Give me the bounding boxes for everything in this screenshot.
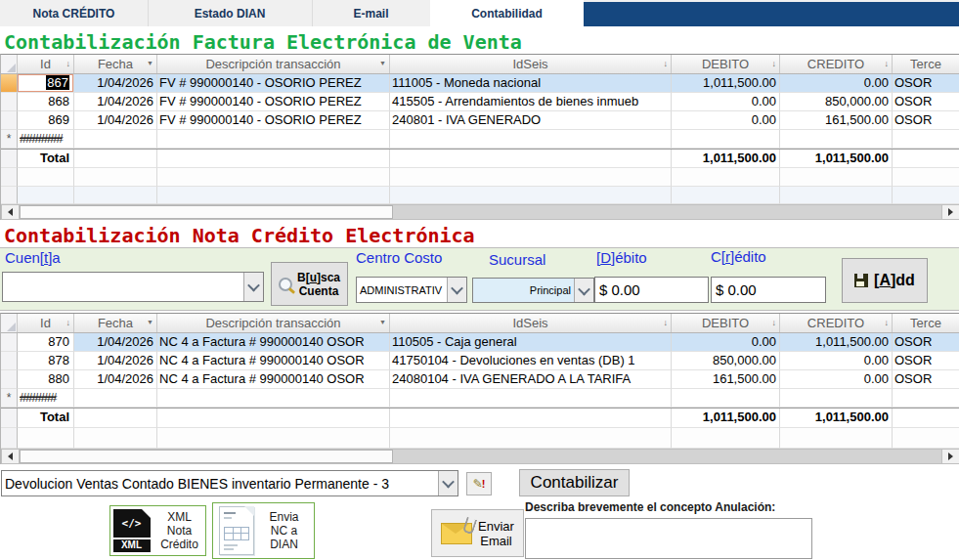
cell-descripcion[interactable]: FV # 990000140 - OSORIO PEREZ [157, 93, 390, 111]
table-row[interactable]: 868 1/04/2026 FV # 990000140 - OSORIO PE… [1, 93, 959, 111]
cell-fecha[interactable]: 1/04/2026 [74, 111, 157, 130]
cell-id[interactable]: 878 [18, 352, 74, 370]
header-fecha[interactable]: Fecha▼ [74, 55, 157, 73]
cell-fecha[interactable]: 1/04/2026 [74, 352, 157, 370]
sucursal-combobox[interactable]: Principal [472, 278, 594, 303]
row-selector[interactable] [1, 111, 18, 130]
new-record-row[interactable]: * ####### [1, 130, 959, 149]
sort-icon[interactable]: ↓ [66, 59, 71, 68]
row-selector[interactable] [1, 333, 18, 352]
cell-descripcion[interactable] [157, 389, 390, 408]
cell-credito[interactable]: 161,500.00 [780, 111, 893, 130]
chevron-down-icon[interactable] [438, 471, 458, 495]
sort-icon[interactable]: ↓ [66, 318, 71, 327]
scroll-left-button[interactable] [2, 450, 20, 463]
envia-nc-dian-button[interactable]: Envia NC a DIAN [212, 502, 315, 559]
header-debito[interactable]: DEBITO↓ [672, 55, 780, 73]
cell-idseis[interactable]: 24080104 - IVA GENERADO A LA TARIFA [390, 370, 672, 389]
cell-id[interactable]: 869 [18, 111, 74, 130]
cell-tercero[interactable]: OSOR [893, 352, 959, 370]
table-row[interactable]: 870 1/04/2026 NC 4 a Factura # 990000140… [1, 333, 959, 352]
filter-icon[interactable]: ▼ [147, 318, 153, 327]
header-id[interactable]: Id↓ [18, 314, 74, 332]
cell-idseis[interactable]: 41750104 - Devoluciones en ventas (DB) 1 [390, 352, 672, 370]
cell-id[interactable]: 880 [18, 370, 74, 389]
select-all-corner[interactable] [1, 314, 18, 332]
cell-fecha[interactable]: 1/04/2026 [74, 74, 157, 93]
cell-tercero[interactable]: OSOR [893, 93, 959, 111]
table-row[interactable]: 869 1/04/2026 FV # 990000140 - OSORIO PE… [1, 111, 959, 130]
header-id[interactable]: Id↓ [18, 55, 74, 73]
new-record-row[interactable]: * ###### [1, 389, 959, 408]
row-selector[interactable] [1, 352, 18, 370]
sort-icon[interactable]: ↓ [885, 318, 890, 327]
header-credito[interactable]: CREDITO↓ [780, 55, 893, 73]
cell-fecha[interactable] [74, 389, 157, 408]
cell-descripcion[interactable]: NC 4 a Factura # 990000140 OSOR [157, 333, 390, 352]
concept-combobox[interactable]: Devolucion Ventas Contado BIENES inventa… [1, 470, 458, 496]
cell-credito[interactable]: 850,000.00 [780, 93, 893, 111]
cell-idseis[interactable]: 240801 - IVA GENERADO [390, 111, 672, 130]
row-selector[interactable] [1, 370, 18, 389]
cell-debito[interactable]: 1,011,500.00 [672, 74, 780, 93]
cell-credito[interactable]: 0.00 [780, 370, 893, 389]
table-row[interactable]: 880 1/04/2026 NC 4 a Factura # 990000140… [1, 370, 959, 389]
cell-idseis[interactable] [390, 389, 672, 408]
tab-contabilidad[interactable]: Contabilidad [430, 0, 584, 26]
header-tercero[interactable]: Terce [893, 314, 959, 332]
cell-tercero[interactable] [893, 389, 959, 408]
header-debito[interactable]: DEBITO↓ [672, 314, 780, 332]
credito-field[interactable] [711, 277, 826, 303]
cell-tercero[interactable]: OSOR [893, 370, 959, 389]
select-all-corner[interactable] [1, 55, 18, 73]
cell-fecha[interactable]: 1/04/2026 [74, 370, 157, 389]
tab-email[interactable]: E-mail [312, 0, 431, 26]
add-button[interactable]: [A]dd [842, 258, 928, 303]
row-selector[interactable] [1, 74, 18, 93]
enviar-email-button[interactable]: EnviarEmail [431, 509, 524, 557]
header-descripcion[interactable]: Descripción transacción▼ [157, 55, 390, 73]
cell-credito[interactable]: 0.00 [780, 352, 893, 370]
cell-debito[interactable]: 0.00 [672, 111, 780, 130]
cell-tercero[interactable]: OSOR [893, 333, 959, 352]
cell-descripcion[interactable] [157, 130, 390, 149]
scrollbar-thumb[interactable] [20, 205, 393, 219]
debito-field[interactable] [594, 277, 709, 303]
cell-id[interactable]: 870 [18, 333, 74, 352]
centro-costo-combobox[interactable]: ADMINISTRATIV [356, 277, 467, 303]
filter-icon[interactable]: ▼ [147, 59, 153, 68]
filter-icon[interactable]: ▼ [379, 59, 386, 68]
cell-debito[interactable]: 161,500.00 [672, 370, 780, 389]
cell-tercero[interactable]: OSOR [893, 74, 959, 93]
header-idseis[interactable]: IdSeis↓ [390, 314, 672, 332]
xml-nota-credito-button[interactable]: </> XML XML Nota Crédito [109, 505, 206, 556]
sort-icon[interactable]: ↓ [664, 59, 669, 68]
cell-debito[interactable] [672, 389, 780, 408]
cell-tercero[interactable]: OSOR [893, 111, 959, 130]
cell-idseis[interactable]: 111005 - Moneda nacional [390, 74, 672, 93]
cell-debito[interactable] [672, 130, 780, 149]
scroll-right-button[interactable] [941, 450, 959, 463]
cell-credito[interactable] [780, 130, 893, 149]
header-descripcion[interactable]: Descripción transacción▼ [157, 314, 390, 332]
cell-credito[interactable] [780, 389, 893, 408]
cell-id-overflow[interactable]: ####### [18, 130, 74, 149]
chevron-down-icon[interactable] [574, 279, 593, 302]
horizontal-scrollbar[interactable] [1, 204, 959, 220]
tab-nota-credito[interactable]: Nota CRÉDITO [0, 0, 149, 26]
cell-descripcion[interactable]: NC 4 a Factura # 990000140 OSOR [157, 352, 390, 370]
cell-descripcion[interactable]: FV # 990000140 - OSORIO PEREZ [157, 74, 390, 93]
cell-tercero[interactable] [893, 130, 959, 149]
cell-idseis[interactable]: 110505 - Caja general [390, 333, 672, 352]
scroll-left-button[interactable] [2, 205, 20, 219]
cell-idseis[interactable]: 415505 - Arrendamientos de bienes inmueb [390, 93, 672, 111]
cell-id[interactable]: 868 [18, 93, 74, 111]
cell-descripcion[interactable]: NC 4 a Factura # 990000140 OSOR [157, 370, 390, 389]
new-record-icon[interactable]: * [1, 389, 18, 408]
cell-debito[interactable]: 850,000.00 [672, 352, 780, 370]
cell-descripcion[interactable]: FV # 990000140 - OSORIO PEREZ [157, 111, 390, 130]
horizontal-scrollbar[interactable] [1, 449, 959, 464]
cuenta-combobox[interactable] [2, 272, 264, 302]
new-record-icon[interactable]: * [1, 130, 18, 149]
busca-cuenta-button[interactable]: B[u]sca Cuenta [271, 262, 348, 306]
